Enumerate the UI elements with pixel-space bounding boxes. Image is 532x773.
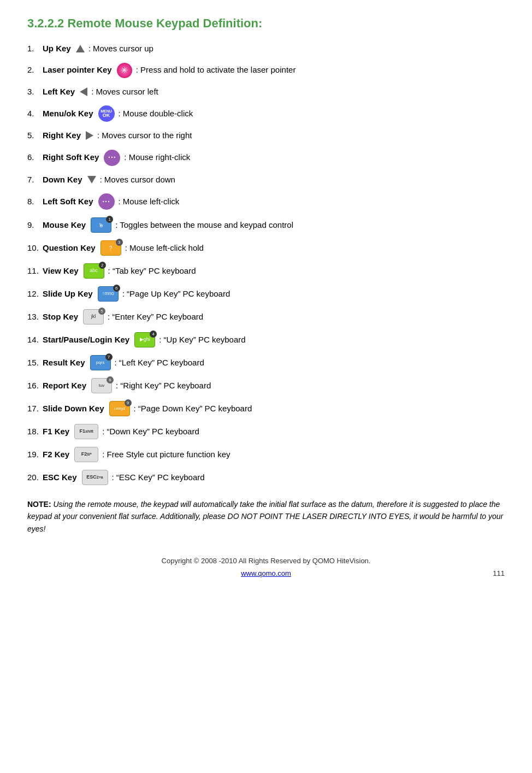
key-description: : “Page Up Key” PC keyboard: [122, 288, 230, 300]
list-item: 8. Left Soft Key ··· : Mouse left-click: [27, 193, 505, 210]
list-item: 17. Slide Down Key ↓wxyz9 : “Page Down K…: [27, 401, 505, 416]
key-description: : Free Style cut picture function key: [102, 449, 230, 461]
key-icon-container: ESC2=a: [82, 470, 108, 485]
key-label: Right Key: [43, 129, 81, 142]
list-item: 15. Result Key pqrs7 : “Left Key” PC key…: [27, 355, 505, 370]
key-description: : “Down Key” PC keyboard: [102, 426, 199, 438]
key-label: F2 Key: [43, 449, 69, 461]
key-icon-container: ↑mno6: [98, 286, 119, 302]
key-description: : Mouse left-click: [119, 196, 180, 208]
key-icon-container: F1shift: [74, 424, 98, 439]
item-number: 8.: [27, 196, 43, 208]
key-label: Slide Up Key: [43, 288, 93, 300]
page-title: 3.2.2.2 Remote Mouse Keypad Definition:: [27, 16, 505, 31]
key-label: ESC Key: [43, 471, 77, 484]
arrow-up-icon: [76, 45, 85, 52]
key-label: Stop Key: [43, 311, 78, 323]
item-number: 2.: [27, 64, 43, 76]
item-number: 10.: [27, 242, 43, 255]
key-description: : “Tab key” PC keyboard: [108, 265, 196, 278]
item-number: 19.: [27, 449, 43, 461]
key-label: Slide Down Key: [43, 403, 104, 415]
f1-key-icon: F1shift: [74, 424, 98, 439]
item-number: 17.: [27, 403, 43, 415]
keypad-slideup-icon: ↑mno6: [98, 286, 119, 302]
key-description: : Mouse left-click hold: [125, 242, 204, 255]
item-number: 9.: [27, 219, 43, 232]
list-item: 19. F2 Key F20/* : Free Style cut pictur…: [27, 447, 505, 462]
note-section: NOTE: Using the remote mouse, the keypad…: [27, 498, 505, 535]
key-description: : Mouse double-click: [119, 108, 193, 120]
item-number: 12.: [27, 288, 43, 300]
key-description: : Moves cursor up: [88, 43, 153, 55]
list-item: 12. Slide Up Key ↑mno6 : “Page Up Key” P…: [27, 286, 505, 302]
list-item: 3. Left Key : Moves cursor left: [27, 86, 505, 98]
list-item: 20. ESC Key ESC2=a : “ESC Key” PC keyboa…: [27, 470, 505, 485]
f2-key-icon: F20/*: [74, 447, 98, 462]
key-icon-container: ?3: [101, 240, 121, 256]
keypad-stop-icon: jkl5: [83, 309, 104, 324]
key-description: : Press and hold to activate the laser p…: [136, 64, 296, 76]
laser-icon: ✳: [117, 63, 132, 78]
key-description: : Mouse right-click: [124, 151, 190, 164]
list-item: 5. Right Key : Moves cursor to the right: [27, 129, 505, 142]
key-description: : Toggles between the mouse and keypad c…: [115, 219, 293, 232]
key-icon-container: ↓wxyz9: [109, 401, 130, 416]
item-number: 16.: [27, 380, 43, 392]
key-icon-container: abc2: [84, 263, 104, 279]
key-label: Left Key: [43, 86, 75, 98]
key-icon-container: [86, 131, 93, 140]
key-label: Laser pointer Key: [43, 64, 112, 76]
key-icon-container: [76, 45, 85, 52]
key-label: Report Key: [43, 380, 86, 392]
list-item: 13. Stop Key jkl5 : “Enter Key” PC keybo…: [27, 309, 505, 324]
website-link[interactable]: www.qomo.com: [241, 569, 291, 577]
item-number: 6.: [27, 151, 43, 164]
keypad-view-icon: abc2: [84, 263, 104, 279]
key-description: : “Page Down Key” PC keyboard: [134, 403, 252, 415]
list-item: 16. Report Key tuv8 : “Right Key” PC key…: [27, 378, 505, 393]
key-description: : “ESC Key” PC keyboard: [112, 471, 205, 484]
item-number: 11.: [27, 265, 43, 278]
keypad-report-icon: tuv8: [91, 378, 112, 393]
list-item: 18. F1 Key F1shift : “Down Key” PC keybo…: [27, 424, 505, 439]
item-number: 7.: [27, 174, 43, 186]
esc-key-icon: ESC2=a: [82, 470, 108, 485]
keypad-question-icon: ?3: [101, 240, 121, 256]
key-label: Start/Pause/Login Key: [43, 334, 129, 346]
key-icon-container: ▶ghi4: [134, 332, 155, 347]
note-text: Using the remote mouse, the keypad will …: [27, 500, 503, 533]
key-icon-container: tuv8: [91, 378, 112, 393]
key-label: Result Key: [43, 357, 85, 369]
keypad-mouse-icon: 🖱1: [91, 217, 111, 233]
key-label: Up Key: [43, 43, 71, 55]
key-label: Right Soft Key: [43, 151, 99, 164]
key-label: Mouse Key: [43, 219, 86, 232]
list-item: 10. Question Key ?3 : Mouse left-click h…: [27, 240, 505, 256]
key-icon-container: ···: [104, 150, 120, 166]
note-bold: NOTE:: [27, 500, 51, 509]
item-number: 3.: [27, 86, 43, 98]
item-number: 5.: [27, 129, 43, 142]
item-number: 20.: [27, 471, 43, 484]
key-label: Left Soft Key: [43, 196, 93, 208]
key-description: : Moves cursor down: [100, 174, 175, 186]
key-label: Question Key: [43, 242, 96, 255]
list-item: 9. Mouse Key 🖱1 : Toggles between the mo…: [27, 217, 505, 233]
key-icon-container: jkl5: [83, 309, 104, 324]
item-number: 18.: [27, 426, 43, 438]
item-number: 14.: [27, 334, 43, 346]
menu-ok-icon: MENUOK: [98, 105, 115, 122]
three-dots-icon: ···: [104, 150, 120, 166]
keypad-result-icon: pqrs7: [90, 355, 111, 370]
list-item: 11. View Key abc2 : “Tab key” PC keyboar…: [27, 263, 505, 279]
footer: Copyright © 2008 -2010 All Rights Reserv…: [27, 557, 505, 577]
key-list: 1. Up Key : Moves cursor up 2. Laser poi…: [27, 43, 505, 485]
key-description: : Moves cursor left: [91, 86, 158, 98]
item-number: 1.: [27, 43, 43, 55]
key-icon-container: F20/*: [74, 447, 98, 462]
key-label: Menu/ok Key: [43, 108, 93, 120]
key-label: F1 Key: [43, 426, 69, 438]
key-icon-container: ···: [98, 193, 115, 210]
arrow-down-icon: [87, 176, 96, 184]
